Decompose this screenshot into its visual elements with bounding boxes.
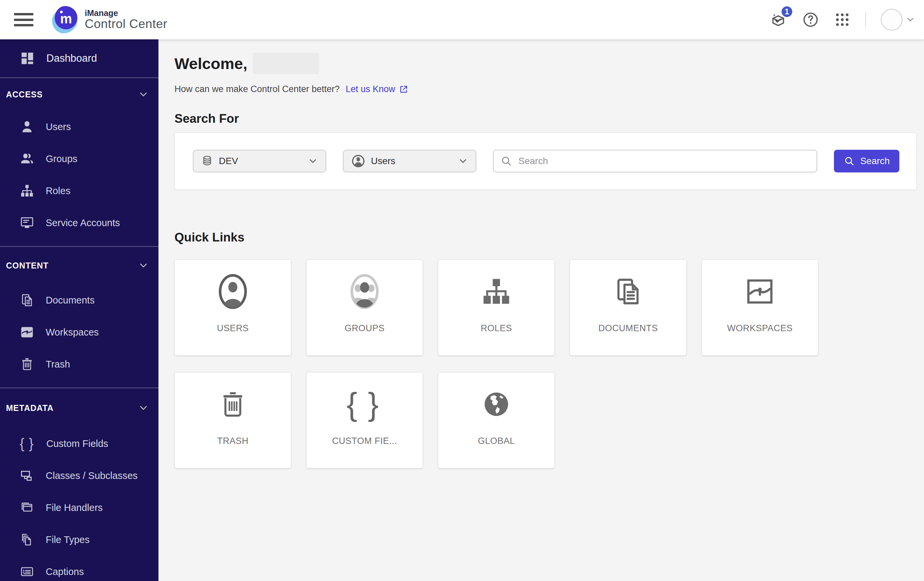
chevron-down-icon <box>138 89 149 100</box>
trash-icon <box>20 357 35 371</box>
sidebar-item-label: Custom Fields <box>46 438 108 449</box>
sidebar-section-content-header[interactable]: CONTENT <box>0 247 158 284</box>
sidebar-item-captions[interactable]: Captions <box>0 556 158 581</box>
quick-link-label: GROUPS <box>345 323 384 333</box>
sidebar-item-service-accounts[interactable]: Service Accounts <box>0 207 158 239</box>
sidebar-item-label: Dashboard <box>46 52 97 64</box>
documents-icon <box>20 293 35 307</box>
quick-link-users[interactable]: USERS <box>175 259 291 355</box>
sidebar-item-users[interactable]: Users <box>0 111 158 143</box>
search-button[interactable]: Search <box>834 150 899 172</box>
window-icon <box>20 500 35 515</box>
quick-link-label: WORKSPACES <box>727 323 793 333</box>
search-input[interactable] <box>518 155 810 167</box>
header-left: m iManage Control Center <box>0 6 167 33</box>
sidebar-item-classes-subclasses[interactable]: Classes / Subclasses <box>0 460 158 492</box>
server-select[interactable]: DEV <box>193 150 326 172</box>
top-header: m iManage Control Center 1 <box>0 0 924 40</box>
sidebar-item-roles[interactable]: Roles <box>0 175 158 207</box>
quick-link-label: USERS <box>217 323 249 333</box>
quick-link-workspaces[interactable]: WORKSPACES <box>701 259 818 355</box>
search-input-wrap <box>493 150 817 172</box>
quick-link-custom-fields[interactable]: { } CUSTOM FIE... <box>306 372 423 468</box>
search-icon <box>500 155 512 167</box>
sidebar-section-metadata: METADATA { } Custom Fields Classes / Sub… <box>0 388 158 581</box>
chevron-down-icon <box>138 260 149 271</box>
sidebar-item-label: Classes / Subclasses <box>46 470 138 481</box>
sidebar-section-access: ACCESS Users Groups <box>0 78 158 246</box>
brand-name: iManage <box>85 9 167 17</box>
chevron-down-icon <box>905 15 915 25</box>
quick-link-global[interactable]: GLOBAL <box>438 372 555 468</box>
sidebar-item-file-types[interactable]: File Types <box>0 524 158 556</box>
quick-link-roles[interactable]: ROLES <box>438 259 555 355</box>
monitor-icon <box>20 215 35 230</box>
help-icon[interactable] <box>802 11 819 28</box>
user-oval-icon <box>218 273 248 310</box>
section-label: METADATA <box>6 403 54 413</box>
curly-braces-icon: { } <box>20 437 35 451</box>
dashboard-icon <box>20 51 35 66</box>
main-content: Welcome, How can we make Control Center … <box>158 40 924 581</box>
sidebar-section-content: CONTENT Documents Works <box>0 247 158 388</box>
search-card: DEV Users <box>175 132 917 190</box>
quick-link-trash[interactable]: TRASH <box>175 372 291 468</box>
quick-link-label: DOCUMENTS <box>599 323 658 333</box>
sidebar-item-label: File Handlers <box>46 502 103 513</box>
imanage-logo-icon: m <box>52 6 79 33</box>
server-select-value: DEV <box>219 156 308 167</box>
feedback-question: How can we make Control Center better? <box>175 84 340 94</box>
users-oval-icon <box>350 273 380 310</box>
sidebar: Dashboard ACCESS Users <box>0 40 158 581</box>
whats-new-icon[interactable]: 1 <box>769 11 787 29</box>
quick-links-title: Quick Links <box>175 231 917 244</box>
globe-icon <box>481 389 512 419</box>
search-section-title: Search For <box>175 112 917 126</box>
sidebar-item-file-handlers[interactable]: File Handlers <box>0 492 158 524</box>
user-icon <box>20 119 35 134</box>
database-icon <box>201 155 213 167</box>
sidebar-item-label: Workspaces <box>46 327 99 338</box>
quick-link-label: TRASH <box>217 436 249 446</box>
sidebar-section-access-header[interactable]: ACCESS <box>0 78 158 111</box>
menu-icon[interactable] <box>14 13 33 26</box>
apps-grid-icon[interactable] <box>834 12 851 28</box>
org-chart-icon <box>20 183 35 198</box>
section-label: ACCESS <box>6 90 43 99</box>
sidebar-item-groups[interactable]: Groups <box>0 143 158 175</box>
sidebar-item-label: Roles <box>46 185 70 196</box>
trash-icon <box>218 389 248 419</box>
captions-icon <box>20 564 35 579</box>
brand-product: Control Center <box>85 18 167 31</box>
quick-link-label: GLOBAL <box>478 436 515 446</box>
type-select-value: Users <box>371 156 458 167</box>
quick-link-label: ROLES <box>481 323 512 333</box>
users-group-icon <box>20 152 35 166</box>
redacted-username <box>253 53 319 74</box>
notification-badge: 1 <box>780 5 793 18</box>
header-divider <box>865 12 866 27</box>
sidebar-item-custom-fields[interactable]: { } Custom Fields <box>0 427 158 460</box>
quick-link-groups[interactable]: GROUPS <box>306 259 423 355</box>
sidebar-item-workspaces[interactable]: Workspaces <box>0 316 158 348</box>
user-menu[interactable] <box>881 9 915 31</box>
app-root: m iManage Control Center 1 <box>0 0 924 581</box>
section-label: CONTENT <box>6 261 49 271</box>
let-us-know-link[interactable]: Let us Know <box>346 84 409 94</box>
chevron-down-icon <box>138 402 149 414</box>
quick-link-label: CUSTOM FIE... <box>332 436 397 446</box>
avatar[interactable] <box>881 9 903 31</box>
sidebar-item-dashboard[interactable]: Dashboard <box>0 40 158 78</box>
sidebar-item-documents[interactable]: Documents <box>0 284 158 316</box>
sidebar-item-trash[interactable]: Trash <box>0 348 158 380</box>
search-icon <box>843 155 855 167</box>
file-stack-icon <box>20 532 35 547</box>
quick-link-documents[interactable]: DOCUMENTS <box>570 259 686 355</box>
type-select[interactable]: Users <box>343 150 476 172</box>
header-right: 1 <box>769 9 924 31</box>
search-button-label: Search <box>860 156 890 167</box>
workspaces-icon <box>20 325 35 340</box>
link-label: Let us Know <box>346 84 395 94</box>
sidebar-item-label: Documents <box>46 295 95 306</box>
sidebar-section-metadata-header[interactable]: METADATA <box>0 388 158 427</box>
